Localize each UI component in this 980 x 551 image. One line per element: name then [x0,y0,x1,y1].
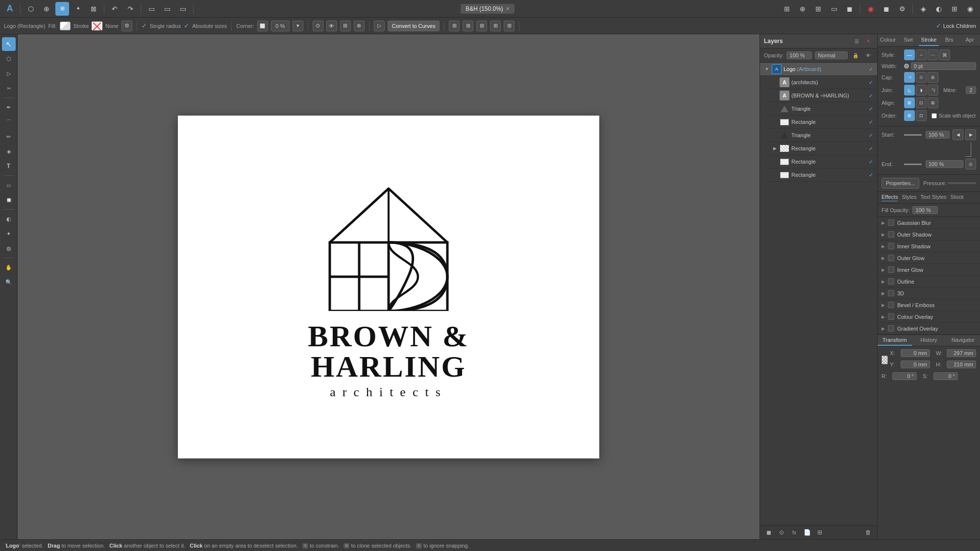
outer-glow-checkbox[interactable] [888,255,894,261]
align-center-icon[interactable]: ⊡ [916,97,927,108]
width-value[interactable]: 0 pt [911,62,976,70]
align-right-icon[interactable]: ▭ [176,2,190,16]
eff-tab-styles[interactable]: Styles [902,194,916,201]
crop-tool[interactable]: ✂ [2,81,16,95]
inner-glow-checkbox[interactable] [888,266,894,273]
visibility-architects[interactable]: ✓ [869,79,873,86]
effect-outer-shadow[interactable]: ▶ Outer Shadow [878,229,980,240]
effect-outer-glow[interactable]: ▶ Outer Glow [878,252,980,264]
artboard-visibility-icon[interactable]: ✓ [869,66,873,72]
layers-group-icon[interactable]: ⊞ [815,527,825,537]
outline-expand-icon[interactable]: ▶ [882,279,885,284]
join-round-icon[interactable]: ◗ [916,85,927,96]
blend-tool[interactable]: ◍ [2,241,16,255]
effect-inner-shadow[interactable]: ▶ Inner Shadow [878,240,980,252]
cap-round-icon[interactable]: ⊙ [916,72,927,83]
align-obj-icon[interactable]: ⊞ [449,21,460,31]
layers-lock-icon[interactable]: 🔒 [851,50,860,60]
align-left-icon[interactable]: ▭ [145,2,158,16]
node-tool[interactable]: ⬡ [2,52,16,66]
chart-icon[interactable]: ⊞ [504,21,514,31]
end-circle-icon[interactable]: ◎ [965,159,976,169]
inner-shadow-checkbox[interactable] [888,243,894,249]
effect-gradient-overlay[interactable]: ▶ Gradient Overlay [878,323,980,335]
start-value[interactable]: 100 % [926,131,950,139]
pixel-view-icon[interactable]: ⊞ [55,2,69,16]
artboard-expand-icon[interactable]: ▼ [764,66,770,72]
fill-tool[interactable]: ◈ [2,144,16,158]
layers-eye2-icon[interactable]: ⊙ [777,527,786,537]
outer-shadow-expand-icon[interactable]: ▶ [882,232,885,237]
shape-tool[interactable]: ▭ [2,178,16,192]
gradient-overlay-checkbox[interactable] [888,325,894,332]
user-icon[interactable]: ◉ [963,2,977,16]
transform-tool[interactable]: ▷ [2,67,16,80]
visibility-tri2[interactable]: ✓ [869,132,873,139]
layers-eye-icon[interactable]: 👁 [863,50,873,60]
align-center-icon[interactable]: ▭ [160,2,174,16]
color2-icon[interactable]: ◐ [932,2,946,16]
corner-value-input[interactable] [271,21,290,31]
expand-icon-checker[interactable]: ▶ [772,145,778,151]
align-inside-icon[interactable]: ⊞ [904,97,915,108]
bevel-expand-icon[interactable]: ▶ [882,303,885,308]
undo-icon[interactable]: ↶ [108,2,122,16]
effect-outline[interactable]: ▶ Outline [878,276,980,287]
visibility-brown[interactable]: ✓ [869,93,873,99]
layers2-icon[interactable]: ⊞ [948,2,961,16]
doc-title-close[interactable]: × [506,5,510,12]
s-value[interactable]: 0 ° [933,372,958,380]
stroke-settings-icon[interactable]: ⚙ [122,21,132,31]
h-value[interactable]: 210 mm [947,360,976,368]
visibility-tri1[interactable]: ✓ [869,106,873,112]
space-icon[interactable]: ⊞ [476,21,487,31]
layer-triangle2[interactable]: Triangle ✓ [768,129,877,142]
doc-title-btn[interactable]: B&H (150.0%) × [461,4,514,14]
tab-swt[interactable]: Swt [898,34,919,46]
magnify-tool[interactable]: 🔍 [2,275,16,289]
trans-tab-transform[interactable]: Transform [878,335,912,346]
start-arrow-left-icon[interactable]: ◀ [953,129,963,140]
visibility-rw1[interactable]: ✓ [869,159,873,165]
pen-tool[interactable]: ✒ [2,100,16,114]
spread-icon[interactable]: ⊞ [490,21,501,31]
single-radius-check[interactable]: ✓ [142,22,147,29]
layer-rect-white1[interactable]: Rectangle ✓ [768,155,877,168]
colour-overlay-expand-icon[interactable]: ▶ [882,314,885,319]
opacity-value[interactable]: 100 % [786,51,812,59]
expand-icon[interactable]: ▷ [374,21,385,31]
eyedropper-tool[interactable]: ✦ [2,227,16,240]
layer-artboard[interactable]: ▼ A Logo (Artboard) ✓ [760,63,877,76]
bevel-checkbox[interactable] [888,302,894,308]
cap-square-icon[interactable]: ⊞ [928,72,938,83]
cap-butt-icon[interactable]: ⊣ [904,72,915,83]
start-arrow-right-icon[interactable]: ▶ [965,129,976,140]
fill-swatch[interactable] [60,22,71,30]
trans-tab-history[interactable]: History [912,335,946,346]
eff-tab-stock[interactable]: Stock [951,194,964,201]
trans-tab-navigator[interactable]: Navigator [946,335,980,346]
corner-type-icon[interactable]: ⬜ [257,21,268,31]
layers-add-icon[interactable]: ◼ [764,527,774,537]
convert-to-curves-button[interactable]: Convert to Curves [388,21,440,31]
effect-3d[interactable]: ▶ 3D [878,287,980,299]
3d-expand-icon[interactable]: ▶ [882,291,885,296]
order-stroke-icon[interactable]: ⊡ [916,110,927,121]
join-bevel-icon[interactable]: ◹ [928,85,938,96]
flip-icon[interactable]: ⊙ [313,21,323,31]
layers-fx-icon[interactable]: fx [789,527,799,537]
inner-shadow-expand-icon[interactable]: ▶ [882,244,885,249]
end-value[interactable]: 100 % [926,160,963,168]
inner-glow-expand-icon[interactable]: ▶ [882,267,885,272]
layers-options-icon[interactable]: ☰ [852,36,861,46]
gaussian-checkbox[interactable] [888,219,894,226]
red-icon[interactable]: ◉ [864,2,878,16]
eff-tab-text-styles[interactable]: Text Styles [920,194,946,201]
color-picker-tool[interactable]: ◐ [2,212,16,226]
layer-rect-white2[interactable]: Rectangle ✓ [768,168,877,182]
eff-tab-effects[interactable]: Effects [882,194,898,201]
visibility-checker[interactable]: ✓ [869,145,873,152]
blend-mode-dropdown[interactable]: Normal [815,51,848,59]
layer-rect1[interactable]: Rectangle ✓ [768,116,877,129]
transform-icon[interactable]: ⊕ [354,21,365,31]
